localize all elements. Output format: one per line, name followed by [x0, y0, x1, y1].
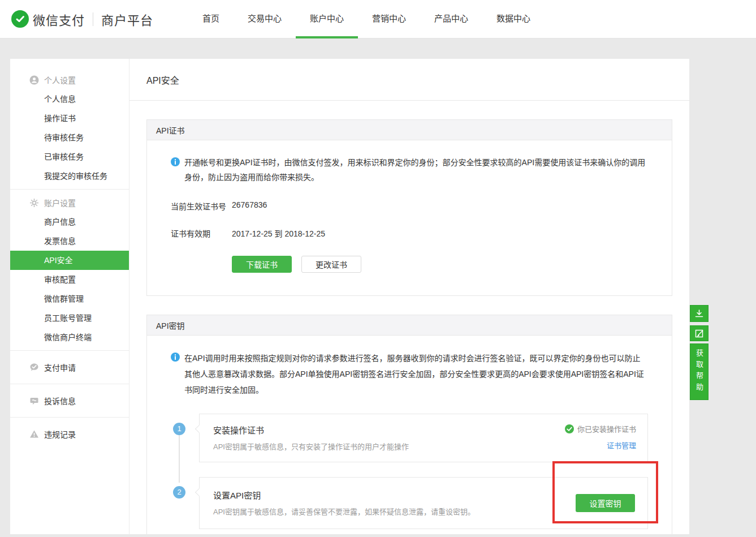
sidebar-group-label: 个人设置 [44, 74, 76, 85]
cert-number-value: 26767836 [232, 200, 267, 212]
sidebar-item-my-submitted-review[interactable]: 我提交的审核任务 [10, 166, 129, 186]
check-circle-icon [565, 424, 574, 433]
sidebar-item-payment-apply[interactable]: 支付申请 [10, 354, 129, 380]
sidebar-item-api-security[interactable]: API安全 [10, 251, 129, 270]
info-icon [171, 157, 180, 166]
cert-info-text: 开通帐号和更换API证书时，由微信支付签发，用来标识和界定你的身份；部分安全性要… [184, 155, 648, 184]
page-header: API安全 [129, 59, 689, 101]
cert-buttons: 下载证书 更改证书 [232, 256, 648, 273]
sidebar-item-label: 支付申请 [44, 362, 76, 373]
sidebar-item-merchant-info[interactable]: 商户信息 [10, 212, 129, 231]
key-steps: 1 安装操作证书 API密钥属于敏感信息，只有安装了操作证书的用户才能操作 [171, 414, 648, 529]
float-download-button[interactable] [690, 305, 709, 322]
main-panel: API安全 API证书 开通帐号和更换API证书时，由微信支付签发，用来标识和界… [129, 59, 689, 534]
top-header: 微信支付 商户平台 首页 交易中心 账户中心 营销中心 产品中心 数据中心 [0, 0, 756, 38]
sidebar-item-violation-record[interactable]: 违规记录 [10, 421, 129, 447]
sidebar-item-label: 投诉信息 [44, 395, 76, 406]
user-icon [29, 75, 39, 85]
cert-number-row: 当前生效证书号 26767836 [171, 200, 648, 212]
key-info-text: 在API调用时用来按照指定规则对你的请求参数进行签名，服务器收到你的请求时会进行… [184, 350, 648, 398]
main-nav: 首页 交易中心 账户中心 营销中心 产品中心 数据中心 [188, 0, 545, 38]
sidebar-group-account-settings: 账户设置 [10, 193, 129, 212]
step-set-api-key: 2 设置API密钥 API密钥属于敏感信息，请妥善保管不要泄露，如果怀疑信息泄露… [171, 477, 648, 529]
nav-transaction-center[interactable]: 交易中心 [234, 0, 296, 38]
sidebar-group-personal-settings: 个人设置 [10, 70, 129, 89]
sidebar-group-label: 账户设置 [44, 197, 76, 208]
brand-platform: 商户平台 [101, 10, 153, 28]
sidebar-item-operation-cert[interactable]: 操作证书 [10, 109, 129, 128]
nav-home[interactable]: 首页 [188, 0, 234, 38]
status-text: 你已安装操作证书 [577, 423, 636, 434]
cert-info-row: 开通帐号和更换API证书时，由微信支付签发，用来标识和界定你的身份；部分安全性要… [171, 155, 648, 184]
step-2-notch [195, 488, 203, 496]
warning-triangle-icon [29, 429, 39, 439]
chat-check-icon [29, 363, 39, 372]
sidebar-item-merchant-terminal[interactable]: 微信商户终端 [10, 328, 129, 347]
set-key-button[interactable]: 设置密钥 [576, 494, 635, 512]
api-key-card-body: 在API调用时用来按照指定规则对你的请求参数进行签名，服务器收到你的请求时会进行… [147, 336, 672, 534]
api-cert-card: API证书 开通帐号和更换API证书时，由微信支付签发，用来标识和界定你的身份；… [146, 119, 672, 296]
cert-validity-row: 证书有效期 2017-12-25 到 2018-12-25 [171, 227, 648, 239]
sidebar-item-complaint-info[interactable]: 投诉信息 [10, 388, 129, 414]
help-label: 获取帮助 [690, 349, 709, 394]
api-cert-card-header: API证书 [147, 120, 672, 140]
nav-product-center[interactable]: 产品中心 [420, 0, 482, 38]
float-help-button[interactable]: 获取帮助 [690, 343, 709, 400]
nav-account-center[interactable]: 账户中心 [296, 0, 358, 38]
sidebar-section-payment: 支付申请 [10, 350, 129, 384]
step-1-notch [195, 425, 203, 433]
step-2-desc: API密钥属于敏感信息，请妥善保管不要泄露，如果怀疑信息泄露，请重设密钥。 [213, 506, 634, 517]
sidebar-section-account: 账户设置 商户信息 发票信息 API安全 审核配置 微信群管理 员工账号管理 微… [10, 189, 129, 350]
float-edit-button[interactable] [690, 325, 709, 341]
gear-icon [29, 198, 39, 208]
cert-number-label: 当前生效证书号 [171, 200, 232, 212]
api-cert-card-title: API证书 [156, 124, 185, 136]
sidebar-item-reviewed[interactable]: 已审核任务 [10, 147, 129, 166]
sidebar: 个人设置 个人信息 操作证书 待审核任务 已审核任务 我提交的审核任务 账户设置… [10, 59, 129, 534]
step-2-box: 设置API密钥 API密钥属于敏感信息，请妥善保管不要泄露，如果怀疑信息泄露，请… [199, 477, 648, 529]
sidebar-item-review-config[interactable]: 审核配置 [10, 270, 129, 289]
brand-name: 微信支付 [33, 10, 85, 28]
cert-validity-value: 2017-12-25 到 2018-12-25 [232, 227, 325, 239]
download-cert-button[interactable]: 下载证书 [232, 256, 292, 273]
sidebar-item-pending-review[interactable]: 待审核任务 [10, 128, 129, 147]
api-key-card-header: API密钥 [147, 315, 672, 336]
step-1-badge: 1 [173, 423, 185, 435]
page-title: API安全 [146, 73, 179, 87]
wechat-pay-logo-icon [11, 10, 29, 28]
nav-marketing-center[interactable]: 营销中心 [358, 0, 420, 38]
api-key-card: API密钥 在API调用时用来按照指定规则对你的请求参数进行签名，服务器收到你的… [146, 315, 672, 534]
step-2-badge: 2 [173, 486, 185, 499]
cert-validity-label: 证书有效期 [171, 227, 232, 239]
chat-bubble-icon [29, 396, 39, 406]
sidebar-item-label: 违规记录 [44, 428, 76, 440]
sidebar-section-violation: 违规记录 [10, 417, 129, 450]
key-info-row: 在API调用时用来按照指定规则对你的请求参数进行签名，服务器收到你的请求时会进行… [171, 350, 648, 398]
change-cert-button[interactable]: 更改证书 [301, 256, 361, 273]
step-1-box: 安装操作证书 API密钥属于敏感信息，只有安装了操作证书的用户才能操作 [199, 414, 648, 462]
sidebar-section-complaint: 投诉信息 [10, 384, 129, 417]
cert-manage-link[interactable]: 证书管理 [607, 440, 636, 450]
nav-data-center[interactable]: 数据中心 [482, 0, 545, 38]
sidebar-item-staff-account[interactable]: 员工账号管理 [10, 308, 129, 328]
brand: 微信支付 商户平台 [11, 0, 153, 38]
sidebar-item-invoice-info[interactable]: 发票信息 [10, 231, 129, 251]
step-1-status: 你已安装操作证书 证书管理 [565, 423, 636, 450]
sidebar-item-personal-info[interactable]: 个人信息 [10, 89, 129, 109]
api-key-card-title: API密钥 [156, 320, 185, 331]
download-icon [694, 308, 705, 319]
brand-divider [93, 12, 93, 26]
info-icon [171, 353, 180, 362]
step-install-cert: 1 安装操作证书 API密钥属于敏感信息，只有安装了操作证书的用户才能操作 [171, 414, 648, 462]
api-cert-card-body: 开通帐号和更换API证书时，由微信支付签发，用来标识和界定你的身份；部分安全性要… [147, 140, 672, 295]
status-line: 你已安装操作证书 [565, 423, 636, 434]
sidebar-section-personal: 个人设置 个人信息 操作证书 待审核任务 已审核任务 我提交的审核任务 [10, 59, 129, 189]
sidebar-item-wechat-group[interactable]: 微信群管理 [10, 289, 129, 308]
edit-icon [694, 328, 705, 338]
step-2-title: 设置API密钥 [213, 489, 634, 501]
